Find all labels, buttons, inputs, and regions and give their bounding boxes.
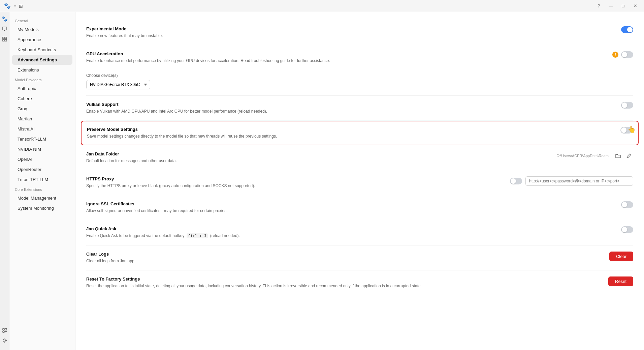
main-content: Experimental Mode Enable new features th… [75, 12, 644, 350]
gpu-acceleration-row: GPU Acceleration Enable to enhance model… [86, 45, 633, 96]
clear-logs-control: Clear [609, 252, 633, 261]
preserve-model-settings-control: 👆 [620, 127, 633, 134]
preserve-model-settings-title: Preserve Model Settings [87, 127, 620, 132]
sidebar-item-mistral[interactable]: MistralAI [12, 124, 72, 134]
sidebar-item-nvidia-nim[interactable]: NVIDIA NIM [12, 144, 72, 154]
sidebar-icon-extensions[interactable] [1, 326, 9, 334]
device-select[interactable]: NVIDIA GeForce RTX 305C [86, 80, 150, 89]
device-select-label: Choose device(s) [86, 73, 150, 78]
jan-data-folder-title: Jan Data Folder [86, 151, 551, 156]
preserve-model-settings-info: Preserve Model Settings Save model setti… [87, 127, 620, 139]
sidebar-item-martian[interactable]: Martian [12, 114, 72, 124]
sidebar-item-extensions[interactable]: Extensions [12, 65, 72, 75]
reset-factory-info: Reset To Factory Settings Reset the appl… [86, 276, 603, 289]
sidebar-item-system-monitoring[interactable]: System Monitoring [12, 203, 72, 213]
gpu-acceleration-control: ! [612, 51, 633, 58]
titlebar-right: ? — □ ✕ [594, 2, 640, 10]
https-proxy-row: HTTPS Proxy Specify the HTTPS proxy or l… [86, 170, 633, 195]
clear-logs-title: Clear Logs [86, 252, 604, 257]
jan-data-folder-row: Jan Data Folder Default location for mes… [86, 145, 633, 170]
clear-logs-info: Clear Logs Clear all logs from Jan app. [86, 252, 604, 264]
svg-rect-1 [5, 37, 7, 39]
sidebar-icon-chat[interactable] [1, 25, 9, 33]
titlebar-left: 🐾 ≡ ⊞ [4, 3, 23, 9]
titlebar: 🐾 ≡ ⊞ ? — □ ✕ [0, 0, 644, 12]
sidebar-item-keyboard-shortcuts[interactable]: Keyboard Shortcuts [12, 45, 72, 55]
jan-quick-ask-row: Jan Quick Ask Enable Quick Ask to be tri… [86, 220, 633, 245]
preserve-model-settings-row: Preserve Model Settings Save model setti… [81, 121, 639, 145]
reset-factory-button[interactable]: Reset [608, 276, 633, 286]
sidebar-item-groq[interactable]: Groq [12, 104, 72, 114]
preserve-model-settings-toggle[interactable] [620, 127, 633, 134]
sidebar-icon-grid[interactable] [1, 35, 9, 43]
nav-section-core-extensions: Core Extensions [9, 185, 75, 193]
svg-point-7 [4, 340, 5, 341]
help-button[interactable]: ? [594, 2, 604, 10]
gpu-acceleration-desc: Enable to enhance model performance by u… [86, 58, 612, 64]
sidebar-item-openrouter[interactable]: OpenRouter [12, 165, 72, 174]
sidebar-item-advanced-settings[interactable]: Advanced Settings [12, 55, 72, 65]
device-select-container: Choose device(s) NVIDIA GeForce RTX 305C [86, 73, 150, 89]
reset-factory-control: Reset [608, 276, 633, 286]
jan-quick-ask-control [621, 226, 633, 233]
sidebar-item-appearance[interactable]: Appearance [12, 35, 72, 45]
svg-rect-2 [3, 39, 4, 41]
jan-quick-ask-title: Jan Quick Ask [86, 226, 616, 231]
app-logo-icon: 🐾 [4, 3, 11, 9]
ignore-ssl-toggle[interactable] [621, 201, 633, 208]
https-proxy-input[interactable] [525, 176, 633, 186]
sidebar-item-triton[interactable]: Triton-TRT-LLM [12, 175, 72, 184]
sidebar-item-cohere[interactable]: Cohere [12, 94, 72, 104]
vulkan-support-title: Vulkan Support [86, 102, 616, 107]
svg-rect-5 [5, 328, 7, 330]
jan-data-folder-control: C:\Users\ACER\AppData\Roam... [556, 151, 633, 160]
hotkey-code: Ctrl + J [187, 233, 208, 238]
edit-folder-button[interactable] [624, 151, 633, 160]
minimize-button[interactable]: — [606, 2, 616, 10]
sidebar-icon-settings[interactable] [1, 337, 9, 345]
sidebar-item-anthropic[interactable]: Anthropic [12, 84, 72, 93]
gpu-acceleration-toggle[interactable] [621, 51, 633, 58]
maximize-button[interactable]: □ [618, 2, 628, 10]
gpu-warning-icon: ! [612, 52, 618, 58]
jan-quick-ask-desc: Enable Quick Ask to be triggered via the… [86, 233, 616, 239]
icon-sidebar-bottom [1, 326, 9, 347]
clear-logs-button[interactable]: Clear [609, 252, 633, 261]
titlebar-menu-icon[interactable]: ≡ [13, 3, 16, 9]
https-proxy-toggle[interactable] [510, 178, 522, 184]
sidebar-item-model-management[interactable]: Model Management [12, 193, 72, 203]
sidebar-item-openai[interactable]: OpenAI [12, 154, 72, 164]
titlebar-grid-icon[interactable]: ⊞ [19, 3, 23, 9]
svg-rect-6 [3, 331, 4, 332]
ignore-ssl-row: Ignore SSL Certificates Allow self-signe… [86, 195, 633, 220]
vulkan-support-desc: Enable Vulkan with AMD GPU/APU and Intel… [86, 108, 616, 114]
jan-data-folder-info: Jan Data Folder Default location for mes… [86, 151, 551, 164]
icon-sidebar: 🐾 [0, 12, 9, 350]
nav-sidebar: General My Models Appearance Keyboard Sh… [9, 12, 75, 350]
ignore-ssl-control [621, 201, 633, 208]
ignore-ssl-info: Ignore SSL Certificates Allow self-signe… [86, 201, 616, 214]
vulkan-support-control [621, 102, 633, 109]
ignore-ssl-desc: Allow self-signed or unverified certific… [86, 208, 616, 214]
experimental-mode-toggle[interactable] [621, 26, 633, 33]
app-layout: 🐾 [0, 12, 644, 350]
vulkan-support-toggle[interactable] [621, 102, 633, 109]
experimental-mode-desc: Enable new features that may be unstable… [86, 33, 616, 39]
sidebar-icon-paw[interactable]: 🐾 [1, 15, 9, 23]
clear-logs-row: Clear Logs Clear all logs from Jan app. … [86, 245, 633, 270]
jan-quick-ask-info: Jan Quick Ask Enable Quick Ask to be tri… [86, 226, 616, 239]
vulkan-support-row: Vulkan Support Enable Vulkan with AMD GP… [86, 96, 633, 121]
close-button[interactable]: ✕ [631, 2, 640, 10]
sidebar-item-my-models[interactable]: My Models [12, 25, 72, 34]
preserve-model-settings-desc: Save model settings changes directly to … [87, 133, 620, 139]
reset-factory-title: Reset To Factory Settings [86, 276, 603, 282]
gpu-acceleration-info: GPU Acceleration Enable to enhance model… [86, 51, 612, 64]
folder-path-text: C:\Users\ACER\AppData\Roam... [556, 154, 612, 158]
jan-data-folder-desc: Default location for messages and other … [86, 158, 551, 164]
reset-factory-desc: Reset the application to its initial sta… [86, 283, 603, 289]
open-folder-button[interactable] [614, 151, 622, 160]
nav-section-general: General [9, 16, 75, 24]
jan-quick-ask-toggle[interactable] [621, 226, 633, 233]
sidebar-item-tensorrt[interactable]: TensorRT-LLM [12, 134, 72, 144]
ignore-ssl-title: Ignore SSL Certificates [86, 201, 616, 206]
